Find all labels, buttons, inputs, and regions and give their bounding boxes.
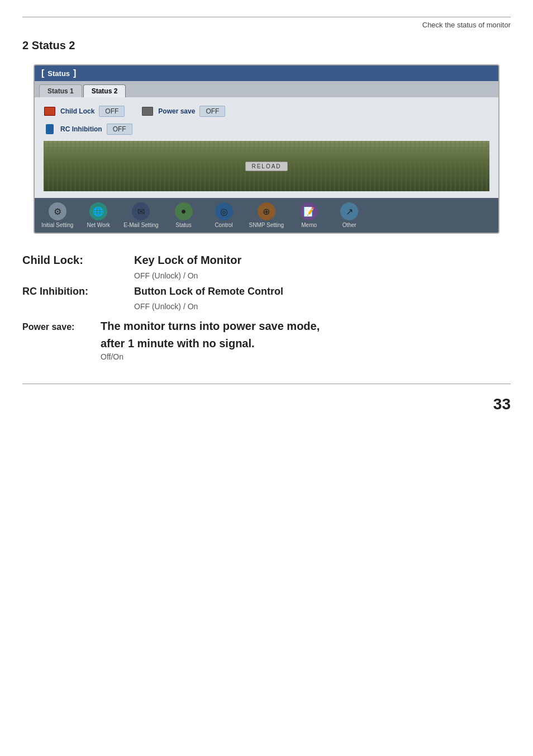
nav-status-label: Status [175,222,191,228]
control-icon: ◎ [215,202,233,220]
monitor-title: Status [47,69,70,78]
monitor-nav: ⚙ Initial Setting 🌐 Net Work ✉ E-Mail Se… [35,198,498,233]
nav-snmp[interactable]: ⊕ SNMP Setting [245,200,289,230]
child-lock-value: OFF [99,106,125,117]
descriptions: Child Lock: Key Lock of Monitor OFF (Unl… [0,245,533,361]
nav-network-label: Net Work [87,222,111,228]
nav-email-label: E-Mail Setting [123,222,158,228]
child-lock-desc-row: Child Lock: Key Lock of Monitor [22,254,511,267]
nav-control[interactable]: ◎ Control [204,200,244,230]
power-save-label: Power save [158,107,195,115]
power-save-icon [141,105,154,117]
section-number: 2 [22,39,28,51]
rc-inhibition-desc-row: RC Inhibition: Button Lock of Remote Con… [22,286,511,297]
nav-initial-setting-label: Initial Setting [41,222,73,228]
settings-icon: ⚙ [49,202,66,220]
power-save-term: Power save: [22,322,101,332]
fields-row-2: RC Inhibition OFF [44,123,489,135]
rc-inhibition-def: Button Lock of Remote Control [134,286,283,297]
nav-network[interactable]: 🌐 Net Work [79,200,118,230]
tabs-row: Status 1 Status 2 [35,81,498,97]
nav-other[interactable]: ↗ Other [330,200,369,230]
rc-inhibition-sub: OFF (Unlock) / On [22,302,511,311]
fields-row-1: Child Lock OFF Power save OFF [44,105,489,117]
titlebar-bracket-right: ] [73,68,76,78]
monitor-titlebar: [ Status ] [35,65,498,81]
nav-control-label: Control [215,222,232,228]
memo-icon: 📝 [300,202,318,220]
nav-status[interactable]: ● Status [164,200,203,230]
monitor-image-area: RELOAD [44,141,489,191]
power-save-field: Power save OFF [141,105,225,117]
rc-inhibition-value: OFF [107,124,132,135]
child-lock-icon [44,105,56,117]
power-save-def: The monitor turns into power save mode, [101,320,320,333]
child-lock-label: Child Lock [60,107,94,115]
rc-inhibition-label: RC Inhibition [60,125,102,133]
section-name: Status 2 [32,39,75,51]
child-lock-sub: OFF (Unlock) / On [22,271,511,280]
email-icon: ✉ [132,202,150,220]
rc-inhibition-term: RC Inhibition: [22,286,134,297]
tab-status1[interactable]: Status 1 [39,84,82,97]
monitor-content: Child Lock OFF Power save OFF RC Inhibit… [35,97,498,198]
nav-email[interactable]: ✉ E-Mail Setting [119,200,163,230]
nav-memo[interactable]: 📝 Memo [289,200,329,230]
tab-status2[interactable]: Status 2 [83,84,126,97]
reload-button[interactable]: RELOAD [245,162,287,171]
power-save-sub: Off/On [22,352,511,361]
child-lock-def: Key Lock of Monitor [134,254,241,267]
nav-memo-label: Memo [301,222,317,228]
child-lock-term: Child Lock: [22,254,134,267]
nav-snmp-label: SNMP Setting [249,222,284,228]
header-title: Check the status of monitor [0,17,533,29]
status-icon: ● [175,202,193,220]
section-title: 2 Status 2 [0,29,533,59]
network-icon: 🌐 [89,202,107,220]
monitor-ui-screenshot: [ Status ] Status 1 Status 2 Child Lock … [34,64,499,234]
rc-inhibition-field: RC Inhibition OFF [44,123,132,135]
power-save-value: OFF [199,106,225,117]
power-save-def2: after 1 minute with no signal. [22,337,511,350]
power-save-desc-block: Power save: The monitor turns into power… [22,320,511,361]
nav-initial-setting[interactable]: ⚙ Initial Setting [37,200,78,230]
snmp-icon: ⊕ [258,202,275,220]
bottom-divider [22,384,511,384]
power-save-desc-row: Power save: The monitor turns into power… [22,320,511,333]
nav-other-label: Other [342,222,356,228]
other-icon: ↗ [340,202,358,220]
rc-inhibition-icon [44,123,56,135]
titlebar-bracket-left: [ [41,68,44,78]
page-number: 33 [0,395,533,424]
child-lock-field: Child Lock OFF [44,105,125,117]
